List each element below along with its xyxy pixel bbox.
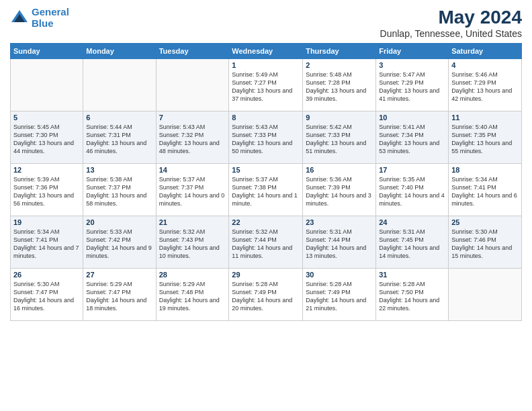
day-cell-3-6: 25Sunrise: 5:30 AM Sunset: 7:46 PM Dayli… — [449, 216, 522, 269]
day-info-4: Sunrise: 5:46 AM Sunset: 7:29 PM Dayligh… — [451, 71, 519, 103]
day-number-9: 9 — [306, 113, 373, 122]
day-info-10: Sunrise: 5:41 AM Sunset: 7:34 PM Dayligh… — [379, 123, 445, 156]
day-number-31: 31 — [379, 271, 445, 279]
day-info-3: Sunrise: 5:47 AM Sunset: 7:29 PM Dayligh… — [379, 71, 445, 103]
logo-line2: Blue — [32, 17, 54, 29]
day-info-2: Sunrise: 5:48 AM Sunset: 7:28 PM Dayligh… — [306, 71, 373, 103]
header-row: Sunday Monday Tuesday Wednesday Thursday… — [11, 44, 522, 59]
day-info-15: Sunrise: 5:37 AM Sunset: 7:38 PM Dayligh… — [232, 175, 300, 208]
week-row-1: 1Sunrise: 5:49 AM Sunset: 7:27 PM Daylig… — [11, 59, 522, 111]
day-info-23: Sunrise: 5:31 AM Sunset: 7:44 PM Dayligh… — [306, 228, 373, 261]
calendar-table: Sunday Monday Tuesday Wednesday Thursday… — [10, 43, 522, 321]
day-number-21: 21 — [159, 218, 226, 226]
day-info-14: Sunrise: 5:37 AM Sunset: 7:37 PM Dayligh… — [159, 175, 226, 208]
col-sunday: Sunday — [11, 44, 83, 59]
day-cell-2-2: 14Sunrise: 5:37 AM Sunset: 7:37 PM Dayli… — [156, 164, 229, 216]
day-number-3: 3 — [379, 61, 445, 69]
day-number-24: 24 — [379, 218, 445, 226]
col-thursday: Thursday — [303, 44, 376, 59]
day-cell-1-4: 9Sunrise: 5:42 AM Sunset: 7:33 PM Daylig… — [303, 111, 376, 164]
day-number-18: 18 — [451, 166, 519, 174]
day-number-30: 30 — [306, 271, 373, 279]
day-number-14: 14 — [159, 166, 226, 174]
day-info-13: Sunrise: 5:38 AM Sunset: 7:37 PM Dayligh… — [86, 175, 152, 208]
day-cell-3-3: 22Sunrise: 5:32 AM Sunset: 7:44 PM Dayli… — [229, 216, 303, 269]
week-row-4: 19Sunrise: 5:34 AM Sunset: 7:41 PM Dayli… — [11, 216, 522, 269]
day-info-18: Sunrise: 5:34 AM Sunset: 7:41 PM Dayligh… — [451, 175, 519, 208]
day-cell-1-5: 10Sunrise: 5:41 AM Sunset: 7:34 PM Dayli… — [376, 111, 449, 164]
day-cell-0-0 — [11, 59, 83, 111]
day-info-24: Sunrise: 5:31 AM Sunset: 7:45 PM Dayligh… — [379, 228, 445, 261]
day-number-27: 27 — [86, 271, 152, 279]
day-cell-0-6: 4Sunrise: 5:46 AM Sunset: 7:29 PM Daylig… — [449, 59, 522, 111]
day-info-1: Sunrise: 5:49 AM Sunset: 7:27 PM Dayligh… — [232, 71, 300, 103]
day-info-25: Sunrise: 5:30 AM Sunset: 7:46 PM Dayligh… — [451, 228, 519, 261]
day-cell-3-5: 24Sunrise: 5:31 AM Sunset: 7:45 PM Dayli… — [376, 216, 449, 269]
day-number-10: 10 — [379, 113, 445, 122]
logo-line1: General — [32, 6, 69, 17]
day-number-29: 29 — [232, 271, 300, 279]
day-number-8: 8 — [232, 113, 300, 122]
day-info-21: Sunrise: 5:32 AM Sunset: 7:43 PM Dayligh… — [159, 228, 226, 261]
day-info-31: Sunrise: 5:28 AM Sunset: 7:50 PM Dayligh… — [379, 280, 445, 313]
day-cell-3-1: 20Sunrise: 5:33 AM Sunset: 7:42 PM Dayli… — [83, 216, 156, 269]
day-info-22: Sunrise: 5:32 AM Sunset: 7:44 PM Dayligh… — [232, 228, 300, 261]
day-cell-2-3: 15Sunrise: 5:37 AM Sunset: 7:38 PM Dayli… — [229, 164, 303, 216]
day-cell-4-6 — [449, 269, 522, 321]
col-wednesday: Wednesday — [229, 44, 303, 59]
day-cell-4-3: 29Sunrise: 5:28 AM Sunset: 7:49 PM Dayli… — [229, 269, 303, 321]
day-cell-3-0: 19Sunrise: 5:34 AM Sunset: 7:41 PM Dayli… — [11, 216, 83, 269]
day-number-26: 26 — [13, 271, 80, 279]
week-row-3: 12Sunrise: 5:39 AM Sunset: 7:36 PM Dayli… — [11, 164, 522, 216]
day-cell-0-2 — [156, 59, 229, 111]
day-cell-0-1 — [83, 59, 156, 111]
day-number-4: 4 — [451, 61, 519, 69]
day-cell-0-5: 3Sunrise: 5:47 AM Sunset: 7:29 PM Daylig… — [376, 59, 449, 111]
day-cell-1-3: 8Sunrise: 5:43 AM Sunset: 7:33 PM Daylig… — [229, 111, 303, 164]
day-info-7: Sunrise: 5:43 AM Sunset: 7:32 PM Dayligh… — [159, 123, 226, 156]
calendar-subtitle: Dunlap, Tennessee, United States — [380, 28, 522, 39]
day-info-28: Sunrise: 5:29 AM Sunset: 7:48 PM Dayligh… — [159, 280, 226, 313]
day-info-19: Sunrise: 5:34 AM Sunset: 7:41 PM Dayligh… — [13, 228, 80, 261]
day-cell-4-0: 26Sunrise: 5:30 AM Sunset: 7:47 PM Dayli… — [11, 269, 83, 321]
page: General Blue May 2024 Dunlap, Tennessee,… — [0, 0, 532, 411]
day-number-11: 11 — [451, 113, 519, 122]
calendar-title: May 2024 — [380, 7, 522, 28]
title-area: May 2024 Dunlap, Tennessee, United State… — [380, 7, 522, 39]
day-number-17: 17 — [379, 166, 445, 174]
day-info-29: Sunrise: 5:28 AM Sunset: 7:49 PM Dayligh… — [232, 280, 300, 313]
day-cell-1-0: 5Sunrise: 5:45 AM Sunset: 7:30 PM Daylig… — [11, 111, 83, 164]
day-cell-1-1: 6Sunrise: 5:44 AM Sunset: 7:31 PM Daylig… — [83, 111, 156, 164]
day-cell-4-5: 31Sunrise: 5:28 AM Sunset: 7:50 PM Dayli… — [376, 269, 449, 321]
day-cell-3-2: 21Sunrise: 5:32 AM Sunset: 7:43 PM Dayli… — [156, 216, 229, 269]
day-cell-3-4: 23Sunrise: 5:31 AM Sunset: 7:44 PM Dayli… — [303, 216, 376, 269]
day-number-19: 19 — [13, 218, 80, 226]
day-cell-1-2: 7Sunrise: 5:43 AM Sunset: 7:32 PM Daylig… — [156, 111, 229, 164]
day-cell-4-2: 28Sunrise: 5:29 AM Sunset: 7:48 PM Dayli… — [156, 269, 229, 321]
day-number-6: 6 — [86, 113, 152, 122]
day-info-11: Sunrise: 5:40 AM Sunset: 7:35 PM Dayligh… — [451, 123, 519, 156]
day-info-12: Sunrise: 5:39 AM Sunset: 7:36 PM Dayligh… — [13, 175, 80, 208]
logo: General Blue — [10, 7, 69, 29]
day-info-5: Sunrise: 5:45 AM Sunset: 7:30 PM Dayligh… — [13, 123, 80, 156]
col-friday: Friday — [376, 44, 449, 59]
day-info-8: Sunrise: 5:43 AM Sunset: 7:33 PM Dayligh… — [232, 123, 300, 156]
day-info-17: Sunrise: 5:35 AM Sunset: 7:40 PM Dayligh… — [379, 175, 445, 208]
day-cell-4-1: 27Sunrise: 5:29 AM Sunset: 7:47 PM Dayli… — [83, 269, 156, 321]
day-cell-2-0: 12Sunrise: 5:39 AM Sunset: 7:36 PM Dayli… — [11, 164, 83, 216]
day-number-7: 7 — [159, 113, 226, 122]
day-info-26: Sunrise: 5:30 AM Sunset: 7:47 PM Dayligh… — [13, 280, 80, 313]
day-number-20: 20 — [86, 218, 152, 226]
day-number-12: 12 — [13, 166, 80, 174]
day-number-28: 28 — [159, 271, 226, 279]
col-monday: Monday — [83, 44, 156, 59]
day-number-1: 1 — [232, 61, 300, 69]
col-tuesday: Tuesday — [156, 44, 229, 59]
week-row-5: 26Sunrise: 5:30 AM Sunset: 7:47 PM Dayli… — [11, 269, 522, 321]
day-cell-0-3: 1Sunrise: 5:49 AM Sunset: 7:27 PM Daylig… — [229, 59, 303, 111]
col-saturday: Saturday — [449, 44, 522, 59]
day-number-15: 15 — [232, 166, 300, 174]
day-info-6: Sunrise: 5:44 AM Sunset: 7:31 PM Dayligh… — [86, 123, 152, 156]
day-number-5: 5 — [13, 113, 80, 122]
day-number-23: 23 — [306, 218, 373, 226]
